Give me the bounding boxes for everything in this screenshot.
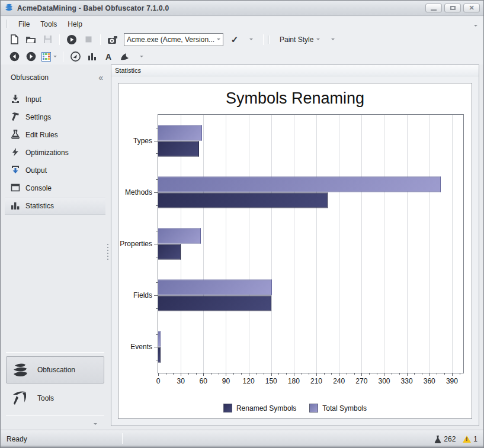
legend-item-total-symbols: Total Symbols <box>309 404 367 412</box>
x-axis-minor-tick <box>196 373 197 375</box>
forward-button[interactable] <box>23 50 39 64</box>
x-axis-minor-tick <box>392 373 392 375</box>
x-axis-minor-tick <box>211 373 211 375</box>
statistics-panel-header: Statistics <box>111 65 479 76</box>
x-axis-minor-tick <box>256 373 257 375</box>
back-button[interactable] <box>7 50 22 64</box>
palette-button[interactable] <box>40 50 59 64</box>
menu-item-help[interactable]: Help <box>62 18 88 30</box>
sidebar-header-label: Obfuscation <box>11 73 49 82</box>
save-button[interactable] <box>40 33 55 47</box>
maximize-button[interactable] <box>444 4 461 12</box>
statistics-panel-title: Statistics <box>115 67 141 74</box>
sidebar-mode-tools[interactable]: Tools <box>6 385 104 412</box>
sidebar-item-label: Settings <box>25 113 51 121</box>
chart-font-button[interactable]: A <box>101 50 116 64</box>
new-document-icon <box>10 34 19 44</box>
menu-item-tools[interactable]: Tools <box>35 18 62 30</box>
sidebar-item-console[interactable]: Console <box>5 179 105 197</box>
y-axis-tick <box>154 295 158 296</box>
x-axis-minor-tick <box>166 373 166 375</box>
y-axis-tick <box>156 205 158 206</box>
new-project-button[interactable] <box>7 33 22 47</box>
status-ready-label: Ready <box>7 435 27 443</box>
sidebar-item-optimizations[interactable]: Optimizations <box>5 144 105 162</box>
sidebar-item-input[interactable]: Input <box>5 91 105 108</box>
chart-toolbar: A <box>1 49 483 65</box>
paint-style-button[interactable]: Paint Style <box>275 33 324 47</box>
apply-button[interactable]: ✓ <box>227 33 242 47</box>
x-axis-minor-tick <box>422 373 422 375</box>
sidebar-item-statistics[interactable]: Statistics <box>5 197 105 215</box>
x-axis-label: 120 <box>243 377 255 385</box>
menu-overflow-caret-icon[interactable] <box>474 18 477 29</box>
browse-assembly-button[interactable] <box>105 33 120 47</box>
chart-shape-button[interactable] <box>117 50 133 64</box>
toolbar-separator <box>100 34 101 45</box>
x-axis-tick <box>339 373 339 376</box>
total-symbols-bar-methods <box>158 176 441 192</box>
sidebar-item-output[interactable]: Output <box>5 162 105 179</box>
toolbar-separator <box>263 34 264 45</box>
run-obfuscation-button[interactable] <box>64 33 79 47</box>
renamed-symbols-bar-types <box>158 141 199 156</box>
flask-icon <box>434 435 441 443</box>
menu-bar: FileToolsHelp <box>1 17 483 30</box>
warnings-indicator: 1 <box>463 435 477 443</box>
app-logo-icon <box>4 2 14 14</box>
chart-style-button[interactable] <box>68 50 83 64</box>
x-axis-label: 90 <box>222 377 230 385</box>
font-icon: A <box>105 52 111 62</box>
x-axis-tick <box>316 373 317 376</box>
toolbar-separator <box>63 51 63 62</box>
sidebar-mode-label: Tools <box>37 394 54 402</box>
color-palette-icon <box>41 52 51 62</box>
x-axis-minor-tick <box>347 373 347 375</box>
maximize-icon <box>450 6 456 10</box>
x-axis-minor-tick <box>437 373 437 375</box>
close-button[interactable]: ✕ <box>463 4 480 12</box>
stop-button[interactable] <box>81 33 96 47</box>
menu-item-file[interactable]: File <box>13 18 35 30</box>
sidebar-splitter[interactable] <box>105 65 111 426</box>
sidebar-mode-label: Obfuscation <box>37 366 75 374</box>
x-axis-tick <box>249 373 249 376</box>
x-axis-minor-tick <box>233 373 234 375</box>
sidebar-item-label: Edit Rules <box>25 131 58 139</box>
assembly-combobox[interactable]: Acme.exe (Acme, Version... <box>124 33 223 46</box>
apply-options-caret[interactable] <box>243 33 259 47</box>
x-axis-label: 330 <box>401 377 413 385</box>
chart-toolbar-overflow-caret[interactable] <box>134 50 149 64</box>
collapse-sidebar-icon[interactable]: « <box>98 73 103 82</box>
sidebar-options-caret-icon[interactable] <box>94 423 97 425</box>
x-axis-label: 240 <box>333 377 345 385</box>
x-axis-minor-tick <box>188 373 189 375</box>
bar-group-fields: Fields <box>158 270 463 321</box>
forward-arrow-icon <box>26 51 36 62</box>
x-axis-label: 30 <box>177 377 184 385</box>
chart-type-button[interactable] <box>84 50 100 64</box>
sidebar-item-label: Console <box>25 184 52 192</box>
y-axis-tick <box>156 231 158 231</box>
minimize-button[interactable] <box>425 4 442 12</box>
sidebar-item-settings[interactable]: Settings <box>5 108 105 126</box>
window-body: Obfuscation « InputSettingsEdit RulesOpt… <box>1 65 483 430</box>
navigation-sidebar: Obfuscation « InputSettingsEdit RulesOpt… <box>5 65 105 426</box>
symbols-count-indicator: 262 <box>434 435 456 443</box>
y-axis-tick <box>154 244 158 244</box>
x-axis-minor-tick <box>354 373 355 375</box>
renamed-symbols-bar-methods <box>158 192 328 208</box>
bar-group-events: Events <box>158 321 463 373</box>
legend-swatch-total <box>309 404 318 412</box>
open-project-button[interactable] <box>23 33 39 47</box>
x-axis-tick <box>226 373 226 376</box>
category-label-events: Events <box>130 343 152 351</box>
x-axis-tick <box>429 373 430 376</box>
y-axis-tick <box>156 360 158 360</box>
title-bar[interactable]: AcmeDataMining - Babel Obfuscator 7.1.0.… <box>1 1 483 16</box>
toolbar-separator <box>59 34 60 45</box>
x-axis-label: 0 <box>156 377 161 385</box>
sidebar-mode-obfuscation[interactable]: Obfuscation <box>6 356 104 383</box>
paint-style-overflow-caret[interactable] <box>325 33 341 47</box>
sidebar-item-edit-rules[interactable]: Edit Rules <box>5 126 105 144</box>
